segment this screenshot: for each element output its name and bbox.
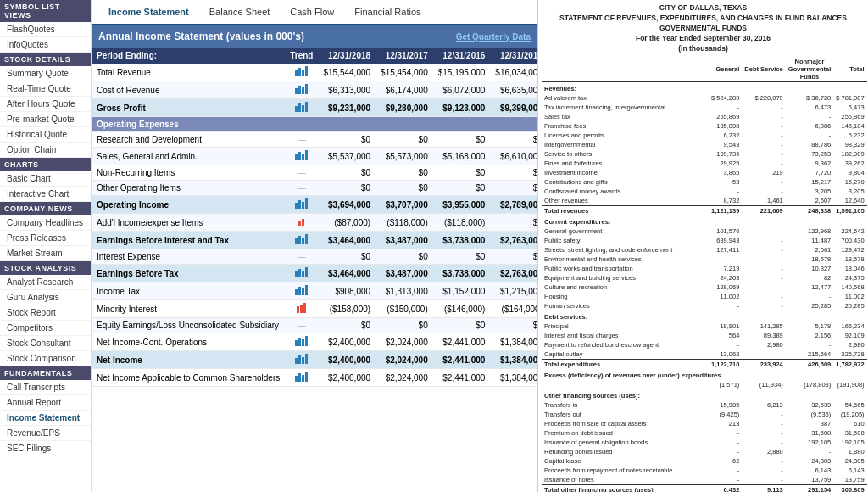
income-row-v3: $5,168,000: [433, 148, 491, 165]
report-row-d: -: [742, 187, 785, 196]
sidebar-item-annual-report[interactable]: Annual Report: [0, 395, 91, 411]
report-row-label: General government: [542, 226, 709, 236]
report-row-g: -: [709, 254, 742, 264]
income-row-label: Income Tax: [92, 282, 285, 300]
report-row-t: 24,375: [833, 273, 866, 282]
report-section-label: Current expenditures:: [542, 215, 867, 226]
income-row-v4: $0: [490, 181, 537, 196]
tab-balance-sheet[interactable]: Balance Sheet: [199, 0, 281, 25]
income-row-label: Gross Profit: [92, 99, 285, 117]
income-row-v1: $908,000: [318, 282, 376, 300]
report-row-d: $ 220,079: [742, 93, 785, 103]
report-row-n: (178,803): [786, 380, 833, 389]
sidebar-item-competitors[interactable]: Competitors: [0, 321, 91, 336]
report-row-g: -: [709, 447, 742, 456]
report-row-d: 2,980: [742, 340, 785, 349]
sidebar-item-interactive-chart[interactable]: Interactive Chart: [0, 187, 91, 202]
income-row-trend: [285, 265, 318, 282]
income-row-v1: ($87,000): [318, 214, 376, 232]
sidebar-item-realtime-quote[interactable]: Real-Time Quote: [0, 81, 91, 97]
report-row-g: 564: [709, 331, 742, 340]
sidebar-item-basic-chart[interactable]: Basic Chart: [0, 171, 91, 187]
sidebar-item-stock-consultant[interactable]: Stock Consultant: [0, 336, 91, 351]
sidebar-item-revenue-eps[interactable]: Revenue/EPS: [0, 426, 91, 441]
income-row-v2: $3,707,000: [376, 196, 433, 214]
report-row-label: Equipment and building services: [542, 273, 709, 282]
income-row-v2: $9,280,000: [376, 99, 433, 117]
sidebar-item-analyst-research[interactable]: Analyst Research: [0, 275, 91, 290]
report-row-d: -: [742, 264, 785, 273]
report-row-d: -: [742, 438, 785, 447]
sidebar-section-stock-details: STOCK DETAILS: [0, 53, 91, 66]
report-row-label: Issuance of notes: [542, 475, 709, 485]
income-row-label: Other Operating Items: [92, 181, 285, 196]
right-panel: CITY OF DALLAS, TEXAS STATEMENT OF REVEN…: [537, 0, 868, 492]
income-row-v3: $9,123,000: [433, 99, 491, 117]
report-row-t: 192,105: [833, 438, 866, 447]
get-quarterly-button[interactable]: Get Quarterly Data: [456, 32, 531, 42]
report-row-t: 1,880: [833, 447, 866, 456]
report-row-g: 24,263: [709, 273, 742, 282]
report-row-label: Premium on debt issued: [542, 428, 709, 438]
sidebar-item-premarket-quote[interactable]: Pre-market Quote: [0, 112, 91, 127]
report-row-n: 11,487: [786, 236, 833, 245]
col-period: Period Ending:: [92, 48, 285, 64]
income-row-v3: $0: [433, 181, 491, 196]
sidebar-section-company-news: COMPANY NEWS: [0, 202, 91, 215]
report-col-general: General: [709, 57, 742, 82]
report-row-d: -: [742, 282, 785, 292]
sidebar-item-infoquotes[interactable]: InfoQuotes: [0, 37, 91, 53]
income-row-v1: $0: [318, 165, 376, 181]
income-row-v2: ($150,000): [376, 300, 433, 318]
sidebar-item-company-headlines[interactable]: Company Headlines: [0, 215, 91, 231]
report-row-t: 12,640: [833, 196, 866, 206]
sidebar-item-sec-filings[interactable]: SEC Filings: [0, 441, 91, 456]
sidebar: SYMBOL LIST VIEWS FlashQuotes InfoQuotes…: [0, 0, 92, 492]
income-row-v1: $6,313,000: [318, 81, 376, 99]
report-row-label: Refunding bonds issued: [542, 447, 709, 456]
report-col-debt: Debt Service: [742, 57, 785, 82]
income-row-v3: $2,441,000: [433, 351, 491, 369]
sidebar-item-summary-quote[interactable]: Summary Quote: [0, 66, 91, 81]
tab-cash-flow[interactable]: Cash Flow: [280, 0, 344, 25]
sidebar-item-after-hours-quote[interactable]: After Hours Quote: [0, 97, 91, 112]
sidebar-item-guru-analysis[interactable]: Guru Analysis: [0, 290, 91, 305]
report-row-d: -: [742, 236, 785, 245]
sidebar-item-stock-comparison[interactable]: Stock Comparison: [0, 351, 91, 366]
report-row-label: Housing: [542, 292, 709, 301]
income-row-v4: $0: [490, 132, 537, 148]
income-row-v1: $0: [318, 318, 376, 333]
income-row-trend: [285, 300, 318, 318]
report-row-d: -: [742, 103, 785, 112]
sidebar-item-stock-report[interactable]: Stock Report: [0, 305, 91, 321]
sidebar-item-option-chain[interactable]: Option Chain: [0, 143, 91, 158]
report-total-label: Total expenditures: [542, 360, 709, 370]
report-row-label: Culture and recreation: [542, 282, 709, 292]
sidebar-item-call-transcripts[interactable]: Call Transcripts: [0, 380, 91, 395]
report-row-n: 24,303: [786, 456, 833, 466]
tab-financial-ratios[interactable]: Financial Ratios: [344, 0, 431, 25]
report-row-n: 73,253: [786, 149, 833, 159]
report-row-d: -: [742, 428, 785, 438]
income-row-label: Total Revenue: [92, 64, 285, 81]
report-total-g: 1,121,139: [709, 206, 742, 216]
income-row-label: Interest Expense: [92, 249, 285, 265]
sidebar-item-press-releases[interactable]: Press Releases: [0, 231, 91, 246]
report-table: General Debt Service NonmajorGovernmenta…: [542, 57, 867, 492]
sidebar-item-flashquotes[interactable]: FlashQuotes: [0, 22, 91, 37]
report-row-n: 2,507: [786, 196, 833, 206]
report-row-t: 3,205: [833, 187, 866, 196]
income-header: Annual Income Statement (values in 000's…: [92, 25, 537, 48]
report-row-t: 145,184: [833, 121, 866, 131]
report-row-n: 2,061: [786, 245, 833, 254]
report-title: CITY OF DALLAS, TEXAS STATEMENT OF REVEN…: [542, 3, 865, 53]
tab-income-statement[interactable]: Income Statement: [98, 0, 199, 25]
income-row-v2: $2,024,000: [376, 369, 433, 387]
sidebar-item-market-stream[interactable]: Market Stream: [0, 246, 91, 261]
income-row-trend: —: [285, 165, 318, 181]
sidebar-item-income-statement[interactable]: Income Statement: [0, 411, 91, 426]
income-row-label: Research and Development: [92, 132, 285, 148]
income-row-v1: $0: [318, 249, 376, 265]
sidebar-item-historical-quote[interactable]: Historical Quote: [0, 127, 91, 143]
report-row-n: -: [786, 447, 833, 456]
